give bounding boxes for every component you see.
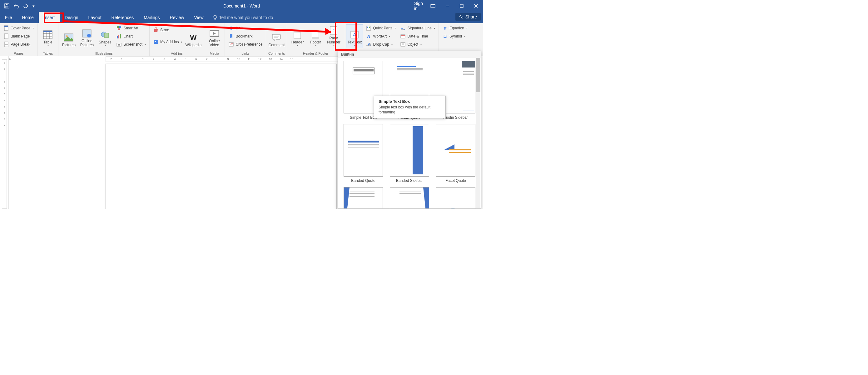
wordart-button[interactable]: AWordArt▾ bbox=[364, 32, 397, 40]
gallery-item-filigree-quote[interactable]: Filigree Quote bbox=[435, 187, 477, 209]
svg-rect-35 bbox=[120, 34, 121, 38]
group-comments: Comment Comments bbox=[266, 23, 287, 56]
group-tables-label: Tables bbox=[39, 51, 56, 55]
signature-icon bbox=[400, 25, 406, 31]
tab-mailings[interactable]: Mailings bbox=[139, 12, 165, 23]
text-box-gallery: Built-in Simple Text Box Austin Quote Au… bbox=[338, 51, 481, 209]
chart-button[interactable]: Chart bbox=[115, 32, 148, 40]
group-links-label: Links bbox=[227, 51, 264, 55]
group-header-footer: Header▾ Footer▾ #Page Number▾ Header & F… bbox=[287, 23, 344, 56]
minimize-button[interactable] bbox=[440, 0, 455, 12]
tab-home[interactable]: Home bbox=[17, 12, 39, 23]
quick-parts-button[interactable]: Quick Parts▾ bbox=[364, 24, 397, 32]
gallery-item-label: Facet Quote bbox=[445, 178, 466, 183]
tab-design[interactable]: Design bbox=[60, 12, 83, 23]
tooltip: Simple Text Box Simple text box with the… bbox=[374, 96, 446, 118]
signature-line-button[interactable]: Signature Line▾ bbox=[399, 24, 436, 32]
svg-point-44 bbox=[229, 27, 233, 30]
svg-rect-70 bbox=[402, 44, 404, 45]
online-pictures-button[interactable]: Online Pictures bbox=[79, 24, 95, 48]
my-addins-button[interactable]: My Add-ins▾ bbox=[152, 36, 184, 48]
gallery-item-banded-sidebar[interactable]: Banded Sidebar bbox=[389, 124, 430, 183]
qat-customize-button[interactable]: ▾ bbox=[31, 2, 36, 10]
redo-button[interactable] bbox=[22, 2, 29, 10]
svg-rect-2 bbox=[6, 4, 7, 5]
date-time-button[interactable]: Date & Time bbox=[399, 32, 436, 40]
gallery-scroll-thumb[interactable] bbox=[476, 58, 480, 92]
cover-page-button[interactable]: Cover Page▾ bbox=[2, 24, 35, 32]
cover-page-label: Cover Page bbox=[11, 26, 30, 30]
wikipedia-button[interactable]: WWikipedia bbox=[185, 24, 202, 48]
vertical-ruler[interactable]: 2112345678 bbox=[2, 59, 7, 209]
document-page[interactable] bbox=[105, 64, 337, 209]
bookmark-button[interactable]: Bookmark bbox=[227, 32, 264, 40]
tab-selector[interactable]: ∟ bbox=[9, 57, 12, 60]
pictures-button[interactable]: Pictures bbox=[60, 24, 77, 48]
header-icon bbox=[293, 29, 302, 40]
equation-label: Equation bbox=[450, 26, 464, 30]
close-button[interactable] bbox=[469, 0, 483, 12]
svg-text:π: π bbox=[443, 26, 447, 31]
page-break-icon bbox=[3, 41, 9, 47]
symbol-button[interactable]: ΩSymbol▾ bbox=[441, 32, 469, 40]
pictures-icon bbox=[64, 32, 73, 43]
object-button[interactable]: Object▾ bbox=[399, 40, 436, 48]
svg-rect-43 bbox=[210, 36, 219, 37]
svg-point-11 bbox=[460, 16, 461, 17]
tab-references[interactable]: References bbox=[106, 12, 139, 23]
gallery-item-facet-sidebar-left[interactable]: Facet Sidebar (Left) bbox=[342, 187, 384, 209]
tab-file[interactable]: File bbox=[0, 12, 17, 23]
svg-rect-60 bbox=[369, 27, 370, 28]
text-box-button[interactable]: AText Box▾ bbox=[346, 24, 363, 48]
save-button[interactable] bbox=[3, 2, 11, 10]
gallery-item-label: Banded Quote bbox=[351, 178, 375, 183]
symbol-label: Symbol bbox=[450, 34, 462, 38]
quick-parts-icon bbox=[366, 25, 371, 31]
gallery-item-banded-quote[interactable]: Banded Quote bbox=[342, 124, 384, 183]
page-break-button[interactable]: Page Break bbox=[2, 40, 35, 48]
group-pages: Cover Page▾ Blank Page Page Break Pages bbox=[0, 23, 37, 56]
sign-in-button[interactable]: Sign in bbox=[411, 0, 426, 12]
datetime-label: Date & Time bbox=[407, 34, 428, 38]
link-button[interactable]: Link▾ bbox=[227, 24, 264, 32]
tab-review[interactable]: Review bbox=[165, 12, 189, 23]
equation-button[interactable]: πEquation▾ bbox=[441, 24, 469, 32]
svg-rect-59 bbox=[367, 27, 368, 28]
page-number-button[interactable]: #Page Number▾ bbox=[325, 24, 342, 48]
svg-rect-23 bbox=[43, 31, 52, 32]
wordart-icon: A bbox=[366, 33, 371, 39]
comment-button[interactable]: Comment bbox=[268, 24, 285, 48]
svg-rect-53 bbox=[312, 37, 319, 39]
tab-view[interactable]: View bbox=[189, 12, 208, 23]
group-addins-label: Add-ins bbox=[152, 51, 202, 55]
tab-layout[interactable]: Layout bbox=[83, 12, 106, 23]
shapes-button[interactable]: Shapes▾ bbox=[96, 24, 113, 48]
ribbon-display-options-button[interactable] bbox=[426, 0, 440, 12]
smartart-label: SmartArt bbox=[123, 26, 138, 30]
wordart-label: WordArt bbox=[373, 34, 387, 38]
store-button[interactable]: Store bbox=[152, 24, 184, 36]
cross-reference-button[interactable]: Cross-reference bbox=[227, 40, 264, 48]
footer-button[interactable]: Footer▾ bbox=[307, 24, 324, 48]
share-button[interactable]: Share bbox=[455, 13, 481, 21]
tab-insert[interactable]: Insert bbox=[39, 12, 60, 23]
drop-cap-button[interactable]: ADrop Cap▾ bbox=[364, 40, 397, 48]
gallery-header: Built-in bbox=[338, 51, 481, 58]
gallery-scrollbar[interactable] bbox=[476, 58, 480, 208]
maximize-button[interactable] bbox=[455, 0, 469, 12]
header-button[interactable]: Header▾ bbox=[289, 24, 306, 48]
online-video-button[interactable]: Online Video bbox=[206, 24, 223, 48]
lightbulb-icon bbox=[213, 15, 217, 20]
svg-rect-32 bbox=[118, 28, 120, 30]
smartart-button[interactable]: SmartArt bbox=[115, 24, 148, 32]
svg-rect-42 bbox=[210, 30, 219, 31]
blank-page-button[interactable]: Blank Page bbox=[2, 32, 35, 40]
page-number-label: Page Number bbox=[326, 36, 341, 45]
gallery-item-facet-sidebar-right[interactable]: Facet Sidebar (Right) bbox=[389, 187, 430, 209]
gallery-item-facet-quote[interactable]: Facet Quote bbox=[435, 124, 477, 183]
undo-button[interactable] bbox=[12, 2, 20, 10]
tell-me-search[interactable]: Tell me what you want to do bbox=[209, 12, 273, 23]
gallery-item-label: Simple Text Box bbox=[350, 115, 377, 120]
table-button[interactable]: Table▾ bbox=[39, 24, 56, 48]
screenshot-button[interactable]: Screenshot▾ bbox=[115, 40, 148, 48]
